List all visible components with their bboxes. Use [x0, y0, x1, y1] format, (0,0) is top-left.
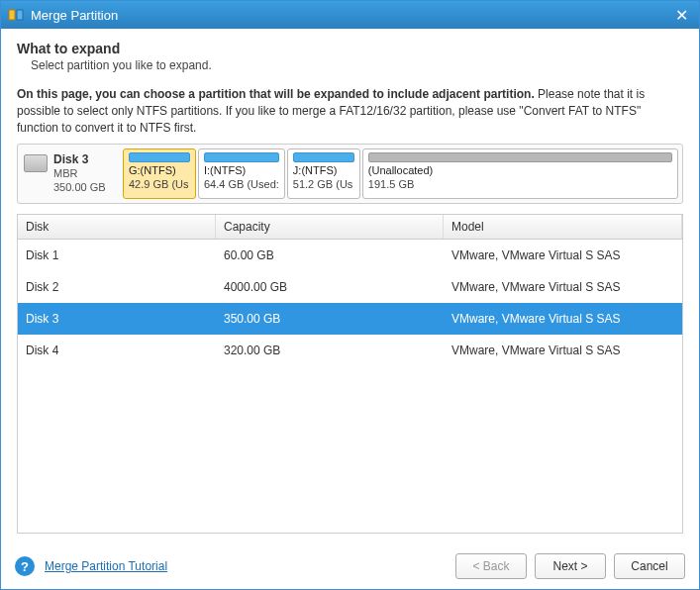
help-icon[interactable]: ? — [15, 556, 35, 576]
partition-blocks: G:(NTFS)42.9 GB (UsI:(NTFS)64.4 GB (Used… — [123, 148, 678, 199]
app-icon — [7, 6, 25, 24]
partition-size: 191.5 GB — [368, 178, 672, 192]
instruction-text: On this page, you can choose a partition… — [17, 86, 683, 136]
cell-disk: Disk 2 — [18, 271, 216, 303]
svg-rect-1 — [17, 10, 23, 20]
disk-scheme: MBR — [53, 167, 106, 181]
table-row[interactable]: Disk 4320.00 GBVMware, VMware Virtual S … — [18, 335, 682, 366]
disk-icon — [24, 154, 48, 172]
col-header-capacity[interactable]: Capacity — [216, 215, 444, 239]
footer: ? Merge Partition Tutorial < Back Next >… — [1, 543, 699, 589]
partition-size: 64.4 GB (Used: — [204, 178, 279, 192]
table-header: Disk Capacity Model — [18, 215, 682, 240]
cell-capacity: 4000.00 GB — [216, 271, 444, 303]
partition-usage-bar — [204, 152, 279, 162]
partition-block-0[interactable]: G:(NTFS)42.9 GB (Us — [123, 148, 196, 199]
partition-label: I:(NTFS) — [204, 164, 279, 178]
svg-rect-0 — [9, 10, 15, 20]
page-subheading: Select partition you like to expand. — [31, 58, 683, 72]
partition-size: 42.9 GB (Us — [129, 178, 190, 192]
window-title: Merge Partition — [31, 8, 669, 23]
partition-block-1[interactable]: I:(NTFS)64.4 GB (Used: — [198, 148, 285, 199]
disk-name: Disk 3 — [53, 152, 106, 167]
disk-size: 350.00 GB — [53, 181, 106, 195]
col-header-model[interactable]: Model — [444, 215, 682, 239]
merge-partition-window: Merge Partition ✕ What to expand Select … — [0, 0, 700, 590]
partition-usage-bar — [129, 152, 190, 162]
content-area: What to expand Select partition you like… — [1, 29, 699, 543]
col-header-disk[interactable]: Disk — [18, 215, 216, 239]
partition-block-3[interactable]: (Unallocated)191.5 GB — [362, 148, 678, 199]
titlebar: Merge Partition ✕ — [1, 1, 699, 29]
partition-size: 51.2 GB (Us — [293, 178, 354, 192]
table-row[interactable]: Disk 160.00 GBVMware, VMware Virtual S S… — [18, 240, 682, 271]
instruction-bold: On this page, you can choose a partition… — [17, 87, 535, 101]
partition-label: (Unallocated) — [368, 164, 672, 178]
cell-capacity: 350.00 GB — [216, 303, 444, 335]
cell-capacity: 60.00 GB — [216, 240, 444, 271]
disk-info-text: Disk 3 MBR 350.00 GB — [53, 152, 106, 195]
table-row[interactable]: Disk 24000.00 GBVMware, VMware Virtual S… — [18, 271, 682, 303]
table-row[interactable]: Disk 3350.00 GBVMware, VMware Virtual S … — [18, 303, 682, 335]
cell-model: VMware, VMware Virtual S SAS — [444, 240, 682, 271]
disk-table: Disk Capacity Model Disk 160.00 GBVMware… — [17, 214, 683, 534]
partition-label: J:(NTFS) — [293, 164, 354, 178]
cell-model: VMware, VMware Virtual S SAS — [444, 335, 682, 366]
close-icon[interactable]: ✕ — [669, 5, 693, 25]
partition-usage-bar — [293, 152, 354, 162]
table-body: Disk 160.00 GBVMware, VMware Virtual S S… — [18, 240, 682, 533]
cell-disk: Disk 4 — [18, 335, 216, 366]
next-button[interactable]: Next > — [535, 553, 606, 579]
partition-block-2[interactable]: J:(NTFS)51.2 GB (Us — [287, 148, 360, 199]
partition-label: G:(NTFS) — [129, 164, 190, 178]
disk-info: Disk 3 MBR 350.00 GB — [22, 148, 121, 199]
page-heading: What to expand — [17, 41, 683, 56]
cancel-button[interactable]: Cancel — [614, 553, 685, 579]
tutorial-link[interactable]: Merge Partition Tutorial — [45, 559, 167, 573]
cell-model: VMware, VMware Virtual S SAS — [444, 303, 682, 335]
back-button[interactable]: < Back — [455, 553, 527, 579]
cell-disk: Disk 3 — [18, 303, 216, 335]
cell-model: VMware, VMware Virtual S SAS — [444, 271, 682, 303]
cell-disk: Disk 1 — [18, 240, 216, 271]
cell-capacity: 320.00 GB — [216, 335, 444, 366]
disk-visual: Disk 3 MBR 350.00 GB G:(NTFS)42.9 GB (Us… — [17, 144, 683, 204]
partition-usage-bar — [368, 152, 672, 162]
